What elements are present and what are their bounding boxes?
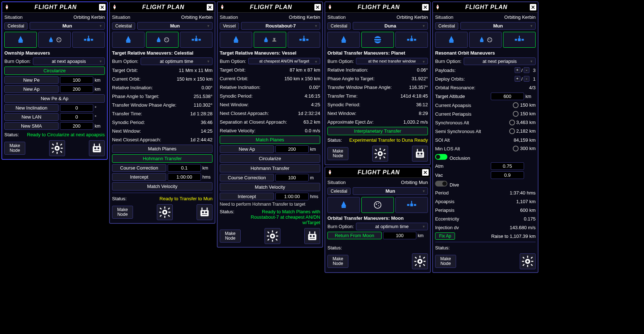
match-planes-button[interactable]: Match Planes — [220, 136, 320, 144]
fix-ap-button[interactable]: Fix Ap — [435, 232, 455, 240]
new-pe-ap-button[interactable]: New Pe & Ap — [4, 94, 105, 103]
burn-option-select[interactable]: at next periapsis — [464, 57, 536, 65]
vac-input[interactable]: 0.9 — [491, 171, 524, 179]
maneuver-controller-button[interactable] — [372, 146, 388, 162]
tab-target-relative[interactable] — [361, 197, 394, 213]
ap-input[interactable]: 200 — [275, 145, 309, 153]
hohmann-button[interactable]: Hohmann Transfer — [220, 164, 320, 172]
match-velocity-button[interactable]: Match Velocity — [112, 182, 212, 190]
target-select[interactable]: Roustabout-7 — [241, 22, 320, 30]
cc-input[interactable]: 100 — [275, 174, 309, 181]
make-node-button[interactable]: MakeNode — [4, 142, 25, 155]
autopilot-button[interactable] — [304, 228, 320, 244]
tab-transfer[interactable] — [72, 32, 105, 48]
make-node-button[interactable]: MakeNode — [112, 206, 133, 219]
payloads-inc[interactable]: + — [515, 67, 520, 73]
target-type-button[interactable]: Vessel — [220, 22, 239, 30]
new-pe-button[interactable]: New Pe — [4, 76, 59, 84]
payloads-dec[interactable]: - — [524, 67, 529, 73]
intercept-button[interactable]: Intercept — [220, 193, 274, 200]
tab-resonant[interactable] — [503, 32, 536, 48]
tab-target-relative[interactable] — [469, 32, 502, 48]
titlebar[interactable]: FLIGHT PLAN ✕ — [110, 2, 215, 13]
autopilot-button[interactable] — [197, 204, 212, 220]
maneuver-controller-button[interactable] — [520, 253, 536, 269]
lan-input[interactable]: 0 — [60, 113, 93, 121]
tab-ownship[interactable] — [112, 32, 145, 48]
target-type-button[interactable]: Celestial — [4, 22, 27, 30]
maneuver-controller-button[interactable] — [412, 253, 428, 269]
inc-input[interactable]: 0 — [60, 104, 93, 112]
course-correction-button[interactable]: Course Correction — [220, 174, 274, 181]
autopilot-button[interactable] — [412, 146, 428, 162]
match-planes-button[interactable]: Match Planes — [112, 145, 212, 153]
new-ap-button[interactable]: New Ap — [220, 145, 274, 153]
sync-radio[interactable] — [509, 120, 515, 125]
course-correction-button[interactable]: Course Correction — [112, 164, 166, 172]
occlusion-toggle[interactable] — [435, 154, 447, 160]
ap-input[interactable]: 200 — [60, 85, 93, 93]
burn-option-select[interactable]: at cheapest AN/DN w/Target — [248, 58, 320, 64]
titlebar[interactable]: FLIGHT PLAN ✕ — [218, 2, 322, 13]
tab-transfer[interactable] — [180, 32, 212, 48]
circularize-button[interactable]: Circularize — [220, 154, 320, 163]
make-node-button[interactable]: MakeNode — [327, 147, 348, 160]
tab-transfer[interactable] — [395, 197, 428, 213]
new-ap-button[interactable]: New Ap — [4, 85, 59, 93]
dive-toggle[interactable] — [435, 181, 447, 187]
target-select[interactable]: Mun — [353, 187, 428, 195]
cc-input[interactable]: 0.1 — [168, 164, 201, 172]
tab-target-relative[interactable] — [361, 32, 394, 48]
deploy-inc[interactable]: + — [515, 76, 520, 82]
make-node-button[interactable]: MakeNode — [435, 255, 456, 268]
make-node-button[interactable]: MakeNode — [220, 230, 241, 243]
sma-input[interactable]: 200 — [60, 122, 93, 130]
target-select[interactable]: Duna — [353, 22, 428, 30]
titlebar[interactable]: FLIGHT PLAN ✕ — [433, 2, 538, 13]
tab-target-relative[interactable] — [254, 32, 286, 48]
tab-transfer[interactable] — [288, 32, 320, 48]
burn-option-select[interactable]: at optimum time — [356, 223, 428, 230]
interplanetary-button[interactable]: Interplanetary Transfer — [327, 127, 428, 135]
tab-target-relative[interactable] — [38, 32, 71, 48]
tab-ownship[interactable] — [435, 32, 468, 48]
intercept-input[interactable]: 1:00:00 — [275, 193, 309, 200]
tab-ownship[interactable] — [220, 32, 252, 48]
burn-option-select[interactable]: at the next transfer window — [356, 58, 428, 64]
titlebar[interactable]: FLIGHT PLAN ✕ — [2, 2, 107, 13]
close-button[interactable]: ✕ — [207, 4, 213, 10]
tab-ownship[interactable] — [4, 32, 37, 48]
titlebar[interactable]: FLIGHT PLAN ✕ — [325, 167, 430, 178]
target-type-button[interactable]: Celestial — [327, 188, 351, 195]
target-type-button[interactable]: Celestial — [327, 22, 351, 30]
match-velocity-button[interactable]: Match Velocity — [220, 183, 320, 191]
new-lan-button[interactable]: New LAN — [4, 113, 59, 121]
target-select[interactable]: Mun — [30, 22, 105, 30]
tab-ownship[interactable] — [327, 197, 360, 213]
intercept-button[interactable]: Intercept — [112, 173, 166, 181]
tab-ownship[interactable] — [327, 32, 360, 48]
new-sma-button[interactable]: New SMA — [4, 122, 59, 130]
burn-option-select[interactable]: at next apoapsis — [33, 57, 105, 65]
tab-transfer[interactable] — [395, 32, 428, 48]
new-inclination-button[interactable]: New Inclination — [4, 104, 59, 112]
close-button[interactable]: ✕ — [530, 4, 536, 10]
circularize-button[interactable]: Circularize — [4, 67, 105, 75]
intercept-input[interactable]: 1:00:00 — [168, 173, 201, 181]
tab-target-relative[interactable] — [146, 32, 179, 48]
cur-ap-radio[interactable] — [513, 102, 519, 108]
make-node-button[interactable]: MakeNode — [327, 255, 348, 268]
burn-option-select[interactable]: at optimum time — [141, 57, 212, 65]
atm-input[interactable]: 0.75 — [491, 162, 524, 170]
autopilot-button[interactable] — [89, 140, 105, 156]
cur-pe-radio[interactable] — [513, 111, 519, 117]
deploy-dec[interactable]: - — [524, 76, 529, 82]
close-button[interactable]: ✕ — [422, 169, 429, 176]
maneuver-controller-button[interactable] — [49, 140, 65, 156]
semi-sync-radio[interactable] — [509, 128, 515, 134]
target-type-button[interactable]: Celestial — [112, 22, 135, 30]
target-select[interactable]: Mun — [137, 22, 212, 30]
titlebar[interactable]: FLIGHT PLAN ✕ — [325, 2, 430, 13]
pe-input[interactable]: 100 — [60, 76, 93, 84]
return-from-moon-button[interactable]: Return From Moon — [327, 232, 382, 239]
